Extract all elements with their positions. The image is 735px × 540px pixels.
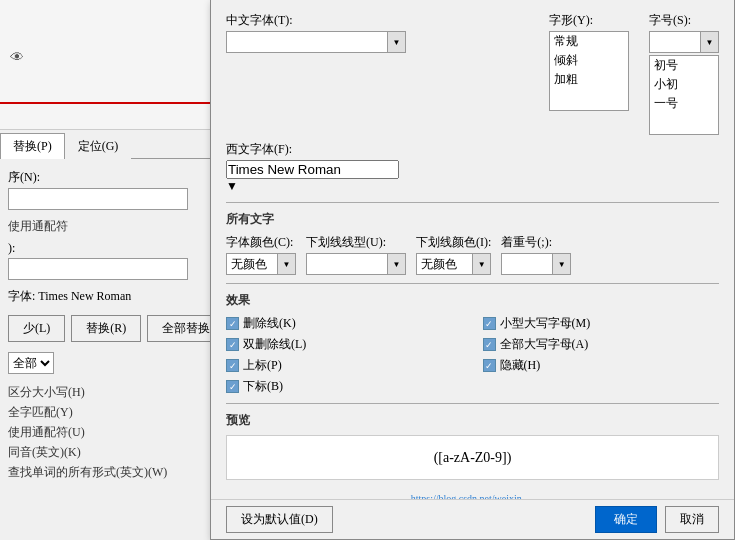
style-list[interactable]: 常规 倾斜 加粗 bbox=[549, 31, 629, 111]
set-default-button[interactable]: 设为默认值(D) bbox=[226, 506, 333, 533]
effects-label: 效果 bbox=[226, 292, 719, 309]
effect-hidden: ✓ 隐藏(H) bbox=[483, 357, 720, 374]
effect-hidden-label: 隐藏(H) bbox=[500, 357, 541, 374]
size-chuhao[interactable]: 初号 bbox=[650, 56, 718, 75]
preview-box: ([a-zA-Z0-9]) bbox=[226, 435, 719, 480]
size-dropdown-arrow[interactable]: ▼ bbox=[700, 32, 718, 52]
en-font-input[interactable] bbox=[226, 160, 399, 179]
underline-color-label: 下划线颜色(I): bbox=[416, 234, 491, 251]
cn-font-group: 中文字体(T): ▼ bbox=[226, 12, 406, 135]
effect-subscript: ✓ 下标(B) bbox=[226, 378, 463, 395]
effect-strikethrough: ✓ 删除线(K) bbox=[226, 315, 463, 332]
confirm-button[interactable]: 确定 bbox=[595, 506, 657, 533]
replace-button[interactable]: 替换(R) bbox=[71, 315, 141, 342]
preview-section: 预览 ([a-zA-Z0-9]) bbox=[226, 412, 719, 480]
effect-superscript-checkbox[interactable]: ✓ bbox=[226, 359, 239, 372]
emphasis-label: 着重号(;): bbox=[501, 234, 571, 251]
size-group: 字号(S): ▼ 初号 小初 一号 bbox=[649, 12, 719, 135]
footer-left: 设为默认值(D) bbox=[226, 506, 333, 533]
underline-color-wrapper[interactable]: 无颜色 ▼ bbox=[416, 253, 491, 275]
size-list[interactable]: 初号 小初 一号 bbox=[649, 55, 719, 135]
dialog-footer: 设为默认值(D) 确定 取消 bbox=[211, 499, 734, 539]
effects-grid: ✓ 删除线(K) ✓ 小型大写字母(M) ✓ 双删除线(L) bbox=[226, 315, 719, 395]
underline-color-value: 无颜色 bbox=[417, 254, 472, 275]
effect-subscript-label: 下标(B) bbox=[243, 378, 283, 395]
emphasis-arrow[interactable]: ▼ bbox=[552, 254, 570, 274]
en-font-group: 西文字体(F): ▼ bbox=[226, 141, 719, 194]
all-text-row: 字体颜色(C): 无颜色 ▼ 下划线线型(U): ▼ 下划线颜色(I): bbox=[226, 234, 719, 275]
all-text-section: 所有文字 字体颜色(C): 无颜色 ▼ 下划线线型(U): ▼ bbox=[226, 211, 719, 275]
effect-double-strikethrough-checkbox[interactable]: ✓ bbox=[226, 338, 239, 351]
effect-superscript: ✓ 上标(P) bbox=[226, 357, 463, 374]
effect-all-caps: ✓ 全部大写字母(A) bbox=[483, 336, 720, 353]
scope-select[interactable]: 全部 bbox=[8, 352, 54, 374]
cn-font-row: 中文字体(T): ▼ 字形(Y): 常规 倾斜 加粗 字号(S): bbox=[226, 12, 719, 135]
style-bold[interactable]: 加粗 bbox=[550, 70, 628, 89]
en-font-select-wrapper[interactable]: ▼ bbox=[226, 160, 719, 194]
size-input[interactable] bbox=[650, 32, 700, 52]
size-xiaochu[interactable]: 小初 bbox=[650, 75, 718, 94]
emphasis-value bbox=[502, 262, 552, 266]
all-text-title: 所有文字 bbox=[226, 211, 719, 228]
tab-locate[interactable]: 定位(G) bbox=[65, 133, 132, 159]
cancel-button[interactable]: 取消 bbox=[665, 506, 719, 533]
color-label: 字体颜色(C): bbox=[226, 234, 296, 251]
en-font-label: 西文字体(F): bbox=[226, 141, 719, 158]
replace-input[interactable] bbox=[8, 258, 188, 280]
style-regular[interactable]: 常规 bbox=[550, 32, 628, 51]
effect-all-caps-label: 全部大写字母(A) bbox=[500, 336, 589, 353]
color-select-wrapper[interactable]: 无颜色 ▼ bbox=[226, 253, 296, 275]
effect-strikethrough-label: 删除线(K) bbox=[243, 315, 296, 332]
preview-text: ([a-zA-Z0-9]) bbox=[434, 450, 512, 466]
cn-font-label: 中文字体(T): bbox=[226, 12, 406, 29]
underline-value bbox=[307, 262, 387, 266]
preview-label: 预览 bbox=[226, 412, 719, 429]
dialog-content: 中文字体(T): ▼ 字形(Y): 常规 倾斜 加粗 字号(S): bbox=[211, 0, 734, 502]
eye-icon: 👁 bbox=[10, 50, 24, 66]
divider-1 bbox=[226, 202, 719, 203]
effect-double-strikethrough-label: 双删除线(L) bbox=[243, 336, 306, 353]
effect-double-strikethrough: ✓ 双删除线(L) bbox=[226, 336, 463, 353]
size-input-wrapper[interactable]: ▼ bbox=[649, 31, 719, 53]
cn-font-select-group: ▼ bbox=[226, 31, 406, 53]
divider-2 bbox=[226, 283, 719, 284]
divider-3 bbox=[226, 403, 719, 404]
effect-small-caps-checkbox[interactable]: ✓ bbox=[483, 317, 496, 330]
underline-input-wrapper[interactable]: ▼ bbox=[306, 253, 406, 275]
cn-font-select-wrapper[interactable]: ▼ bbox=[226, 31, 406, 53]
font-dialog: 中文字体(T): ▼ 字形(Y): 常规 倾斜 加粗 字号(S): bbox=[210, 0, 735, 540]
emphasis-wrapper[interactable]: ▼ bbox=[501, 253, 571, 275]
effect-subscript-checkbox[interactable]: ✓ bbox=[226, 380, 239, 393]
tab-replace[interactable]: 替换(P) bbox=[0, 133, 65, 159]
underline-color-arrow[interactable]: ▼ bbox=[472, 254, 490, 274]
style-label: 字形(Y): bbox=[549, 12, 629, 29]
size-yihao[interactable]: 一号 bbox=[650, 94, 718, 113]
underline-color-group: 下划线颜色(I): 无颜色 ▼ bbox=[416, 234, 491, 275]
color-dropdown-arrow[interactable]: ▼ bbox=[277, 254, 295, 274]
color-value: 无颜色 bbox=[227, 254, 277, 275]
style-italic[interactable]: 倾斜 bbox=[550, 51, 628, 70]
underline-label: 下划线线型(U): bbox=[306, 234, 406, 251]
color-group: 字体颜色(C): 无颜色 ▼ bbox=[226, 234, 296, 275]
en-font-dropdown-arrow[interactable]: ▼ bbox=[226, 179, 719, 194]
footer-right: 确定 取消 bbox=[595, 506, 719, 533]
less-button[interactable]: 少(L) bbox=[8, 315, 65, 342]
find-input[interactable] bbox=[8, 188, 188, 210]
effect-superscript-label: 上标(P) bbox=[243, 357, 282, 374]
style-group: 字形(Y): 常规 倾斜 加粗 bbox=[549, 12, 629, 135]
emphasis-group: 着重号(;): ▼ bbox=[501, 234, 571, 275]
cn-font-input[interactable] bbox=[227, 32, 387, 52]
underline-dropdown-arrow[interactable]: ▼ bbox=[387, 254, 405, 274]
cn-font-dropdown-arrow[interactable]: ▼ bbox=[387, 32, 405, 52]
effect-hidden-checkbox[interactable]: ✓ bbox=[483, 359, 496, 372]
size-label: 字号(S): bbox=[649, 12, 719, 29]
effect-all-caps-checkbox[interactable]: ✓ bbox=[483, 338, 496, 351]
effect-small-caps: ✓ 小型大写字母(M) bbox=[483, 315, 720, 332]
effect-strikethrough-checkbox[interactable]: ✓ bbox=[226, 317, 239, 330]
effect-small-caps-label: 小型大写字母(M) bbox=[500, 315, 591, 332]
underline-group: 下划线线型(U): ▼ bbox=[306, 234, 406, 275]
effects-section: 效果 ✓ 删除线(K) ✓ 小型大写字母(M) ✓ bbox=[226, 292, 719, 395]
